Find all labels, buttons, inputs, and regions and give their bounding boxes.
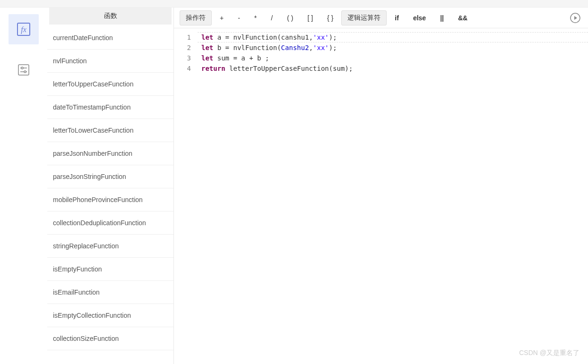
function-item[interactable]: isEmailFunction — [47, 281, 173, 304]
and-button[interactable]: && — [452, 11, 474, 25]
play-icon — [570, 12, 581, 24]
brace-button[interactable]: { } — [321, 11, 339, 25]
function-item[interactable]: stringReplaceFunction — [47, 235, 173, 258]
code-line[interactable]: let a = nvlFunction(canshu1,'xx'); — [201, 32, 588, 42]
svg-text:fx: fx — [21, 25, 26, 34]
code-editor[interactable]: 1234 let a = nvlFunction(canshu1,'xx');l… — [174, 28, 588, 364]
function-list[interactable]: currentDateFunctionnvlFunctionletterToUp… — [47, 26, 173, 364]
line-number: 1 — [174, 32, 191, 42]
function-item[interactable]: parseJsonNumberFunction — [47, 142, 173, 165]
main-panel: 操作符 + - * / ( ) [ ] { } 逻辑运算符 if else ||… — [174, 8, 588, 364]
function-item[interactable]: nvlFunction — [47, 50, 173, 73]
or-button[interactable]: || — [434, 11, 450, 25]
function-item[interactable]: letterToUpperCaseFunction — [47, 73, 173, 96]
line-gutter: 1234 — [174, 28, 198, 364]
svg-point-6 — [24, 71, 26, 73]
operator-button[interactable]: 操作符 — [180, 10, 212, 25]
minus-button[interactable]: - — [232, 11, 246, 25]
run-button[interactable] — [568, 11, 582, 25]
else-button[interactable]: else — [407, 11, 432, 25]
bracket-button[interactable]: [ ] — [301, 11, 319, 25]
function-item[interactable]: mobilePhoneProvinceFunction — [47, 188, 173, 212]
line-number: 3 — [174, 53, 191, 63]
svg-rect-2 — [18, 65, 29, 75]
paren-button[interactable]: ( ) — [281, 11, 299, 25]
star-button[interactable]: * — [248, 11, 263, 25]
function-item[interactable]: currentDateFunction — [47, 26, 173, 50]
svg-marker-8 — [574, 16, 577, 20]
left-rail: fx — [0, 8, 47, 364]
watermark-bottom: CSDN @又是重名了 — [519, 349, 579, 357]
function-item[interactable]: letterToLowerCaseFunction — [47, 119, 173, 142]
function-item[interactable]: isEmptyFunction — [47, 258, 173, 281]
function-item[interactable]: parseJsonStringFunction — [47, 165, 173, 188]
sliders-icon — [16, 62, 31, 77]
toolbar: 操作符 + - * / ( ) [ ] { } 逻辑运算符 if else ||… — [174, 8, 588, 28]
top-bar — [0, 0, 588, 8]
function-item[interactable]: isEmptyCollectionFunction — [47, 304, 173, 327]
function-item[interactable]: dateToTimestampFunction — [47, 96, 173, 119]
code-line[interactable]: let b = nvlFunction(Canshu2,'xx'); — [201, 42, 588, 53]
code-area[interactable]: let a = nvlFunction(canshu1,'xx');let b … — [198, 28, 588, 364]
line-number: 4 — [174, 63, 191, 74]
code-line[interactable]: let sum = a + b ; — [201, 53, 588, 63]
logic-button[interactable]: 逻辑运算符 — [341, 10, 387, 25]
plus-button[interactable]: + — [214, 11, 230, 25]
main-container: fx 函数 currentDateFunctionnvlFunctionlett… — [0, 8, 588, 364]
code-line[interactable]: return letterToUpperCaseFunction(sum); — [201, 63, 588, 74]
line-number: 2 — [174, 42, 191, 53]
formula-tab[interactable]: fx — [9, 14, 39, 44]
function-item[interactable]: collectionSizeFunction — [47, 327, 173, 350]
settings-tab[interactable] — [9, 55, 39, 85]
function-sidebar: 函数 currentDateFunctionnvlFunctionletterT… — [47, 8, 174, 364]
if-button[interactable]: if — [389, 11, 405, 25]
function-item[interactable]: collectionDeduplicationFunction — [47, 212, 173, 235]
sidebar-header: 函数 — [49, 8, 172, 25]
fx-icon: fx — [16, 22, 31, 37]
svg-point-4 — [21, 67, 23, 69]
slash-button[interactable]: / — [265, 11, 279, 25]
